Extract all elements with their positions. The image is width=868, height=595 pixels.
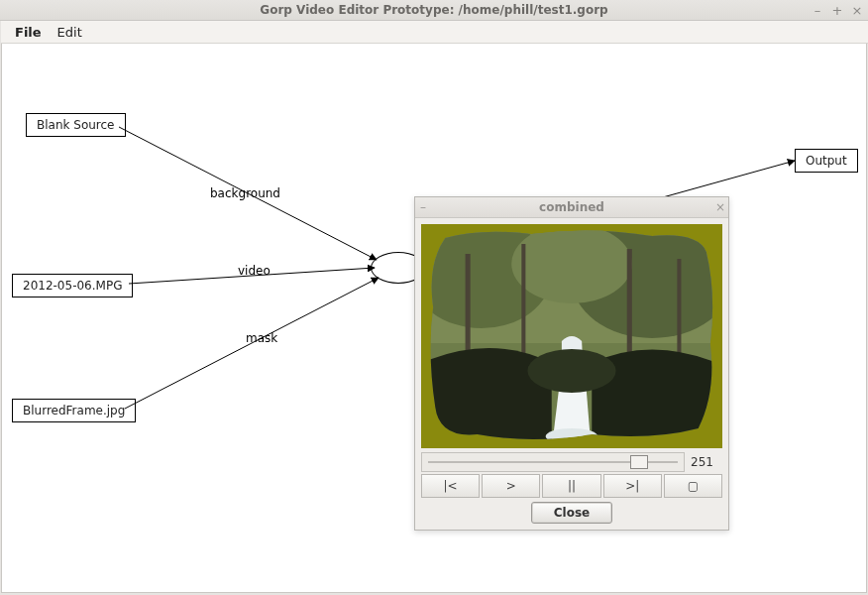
main-window-titlebar: Gorp Video Editor Prototype: /home/phill…: [0, 0, 868, 21]
preview-frame: [421, 224, 722, 448]
node-blank-source[interactable]: Blank Source: [26, 113, 126, 137]
preview-image: [421, 224, 722, 448]
timeline-position: 251: [691, 455, 722, 469]
edge-label-background: background: [210, 186, 280, 200]
transport-controls: |< > || >| ▢: [421, 474, 722, 498]
svg-point-14: [527, 349, 615, 393]
edge-label-video: video: [238, 264, 271, 278]
minimize-icon[interactable]: –: [811, 3, 824, 18]
svg-rect-9: [466, 254, 471, 363]
svg-rect-10: [521, 244, 525, 363]
main-window-title: Gorp Video Editor Prototype: /home/phill…: [0, 3, 868, 17]
edge-label-mask: mask: [246, 331, 277, 345]
play-button[interactable]: >: [482, 474, 540, 498]
node-output[interactable]: Output: [795, 149, 858, 173]
maximize-icon[interactable]: +: [830, 3, 844, 18]
menubar: File Edit: [1, 21, 868, 44]
preview-minimize-icon[interactable]: –: [415, 200, 431, 214]
svg-rect-12: [677, 259, 681, 368]
menu-edit[interactable]: Edit: [50, 23, 90, 42]
to-end-button[interactable]: >|: [603, 474, 662, 498]
preview-titlebar[interactable]: – combined ×: [415, 197, 728, 218]
svg-point-13: [546, 428, 598, 444]
menu-file[interactable]: File: [7, 23, 50, 42]
graph-canvas[interactable]: Blank Source 2012-05-06.MPG BlurredFrame…: [1, 44, 867, 593]
preview-window[interactable]: – combined ×: [414, 196, 729, 531]
node-clip1[interactable]: 2012-05-06.MPG: [12, 274, 133, 298]
close-button[interactable]: Close: [531, 502, 612, 524]
timeline-slider[interactable]: [421, 452, 685, 472]
to-start-button[interactable]: |<: [421, 474, 480, 498]
pause-button[interactable]: ||: [542, 474, 600, 498]
svg-point-8: [511, 224, 632, 303]
node-blurred[interactable]: BlurredFrame.jpg: [12, 399, 136, 422]
svg-rect-11: [627, 249, 632, 368]
preview-title: combined: [431, 200, 712, 214]
stop-button[interactable]: ▢: [664, 474, 722, 498]
close-icon[interactable]: ×: [850, 3, 864, 18]
preview-close-icon[interactable]: ×: [712, 200, 728, 214]
slider-thumb-icon[interactable]: [630, 455, 648, 469]
